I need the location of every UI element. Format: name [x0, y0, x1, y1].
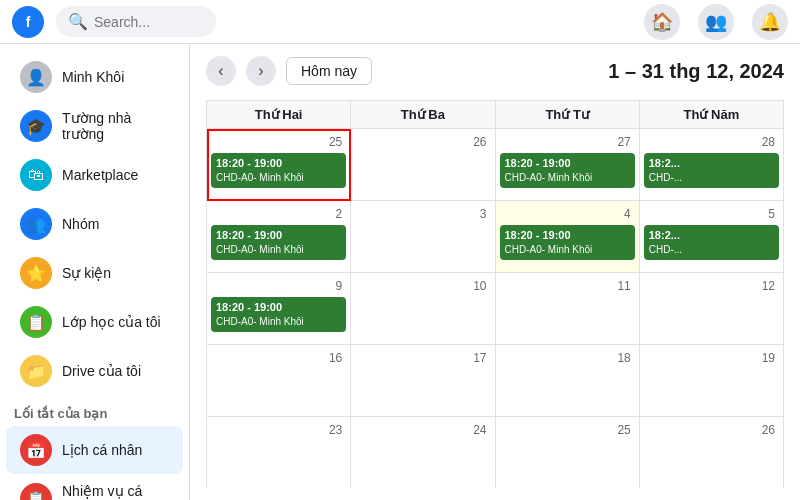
- sidebar-label-nhiemvu: Nhiệm vụ cá nhân: [62, 483, 169, 500]
- search-input[interactable]: [94, 14, 204, 30]
- cell-r4-c3[interactable]: 26: [640, 417, 784, 488]
- event-block[interactable]: 18:20 - 19:00 CHD-A0- Minh Khôi: [211, 297, 346, 332]
- cell-date: 26: [644, 421, 779, 439]
- cell-date: 17: [355, 349, 490, 367]
- today-button[interactable]: Hôm nay: [286, 57, 372, 85]
- sidebar-item-user[interactable]: 👤 Minh Khôi: [6, 53, 183, 101]
- sidebar-label-user: Minh Khôi: [62, 69, 124, 85]
- event-title: 18:20 - 19:00: [505, 228, 630, 243]
- cell-date: 25: [211, 133, 346, 151]
- cell-date: 10: [355, 277, 490, 295]
- col-header-2: Thứ Tư: [496, 101, 640, 129]
- cell-date: 19: [644, 349, 779, 367]
- sidebar-item-nhiemvu[interactable]: 📋 Nhiệm vụ cá nhân: [6, 475, 183, 500]
- event-title: 18:20 - 19:00: [505, 156, 630, 171]
- cell-r2-c1[interactable]: 10: [351, 273, 495, 345]
- cell-r2-c2[interactable]: 11: [496, 273, 640, 345]
- event-title: 18:2...: [649, 156, 774, 171]
- cell-r4-c2[interactable]: 25: [496, 417, 640, 488]
- cell-date: 24: [355, 421, 490, 439]
- calendar-header: ‹ › Hôm nay 1 – 31 thg 12, 2024: [206, 56, 784, 86]
- cell-r0-c3[interactable]: 28 18:2... CHD-...: [640, 129, 784, 201]
- drive-icon: 📁: [20, 355, 52, 387]
- cell-r3-c1[interactable]: 17: [351, 345, 495, 417]
- cell-r3-c3[interactable]: 19: [640, 345, 784, 417]
- cell-date: 26: [355, 133, 490, 151]
- event-subtitle: CHD-A0- Minh Khôi: [505, 171, 630, 185]
- cell-r1-c3[interactable]: 5 18:2... CHD-...: [640, 201, 784, 273]
- cell-date: 25: [500, 421, 635, 439]
- cell-r1-c1[interactable]: 3: [351, 201, 495, 273]
- cell-r0-c0[interactable]: 25 18:20 - 19:00 CHD-A0- Minh Khôi: [207, 129, 351, 201]
- sidebar-item-lichcanhan[interactable]: 📅 Lịch cá nhân: [6, 426, 183, 474]
- sidebar-label-lichcanhan: Lịch cá nhân: [62, 442, 142, 458]
- cell-r0-c2[interactable]: 27 18:20 - 19:00 CHD-A0- Minh Khôi: [496, 129, 640, 201]
- sidebar-item-nhom[interactable]: 👥 Nhóm: [6, 200, 183, 248]
- cell-date: 16: [211, 349, 346, 367]
- cell-r2-c3[interactable]: 12: [640, 273, 784, 345]
- sidebar-label-tuong: Tường nhà trường: [62, 110, 169, 142]
- cell-date: 2: [211, 205, 346, 223]
- event-subtitle: CHD-A0- Minh Khôi: [216, 243, 341, 257]
- sukien-icon: ⭐: [20, 257, 52, 289]
- event-subtitle: CHD-A0- Minh Khôi: [505, 243, 630, 257]
- cell-date: 3: [355, 205, 490, 223]
- top-nav: f 🔍 🏠 👥 🔔: [0, 0, 800, 44]
- cell-date: 18: [500, 349, 635, 367]
- app-logo: f: [12, 6, 44, 38]
- cell-r3-c0[interactable]: 16: [207, 345, 351, 417]
- event-subtitle: CHD-...: [649, 243, 774, 257]
- next-button[interactable]: ›: [246, 56, 276, 86]
- cell-r3-c2[interactable]: 18: [496, 345, 640, 417]
- cell-r1-c0[interactable]: 2 18:20 - 19:00 CHD-A0- Minh Khôi: [207, 201, 351, 273]
- sidebar-item-drive[interactable]: 📁 Drive của tôi: [6, 347, 183, 395]
- sidebar-item-sukien[interactable]: ⭐ Sự kiện: [6, 249, 183, 297]
- event-block[interactable]: 18:20 - 19:00 CHD-A0- Minh Khôi: [500, 225, 635, 260]
- event-block[interactable]: 18:20 - 19:00 CHD-A0- Minh Khôi: [500, 153, 635, 188]
- cell-r4-c0[interactable]: 23: [207, 417, 351, 488]
- sidebar-item-lophoc[interactable]: 📋 Lớp học của tôi: [6, 298, 183, 346]
- sidebar-label-nhom: Nhóm: [62, 216, 99, 232]
- cell-date: 12: [644, 277, 779, 295]
- search-bar[interactable]: 🔍: [56, 6, 216, 37]
- cell-date: 9: [211, 277, 346, 295]
- search-icon: 🔍: [68, 12, 88, 31]
- prev-button[interactable]: ‹: [206, 56, 236, 86]
- event-block[interactable]: 18:20 - 19:00 CHD-A0- Minh Khôi: [211, 153, 346, 188]
- event-subtitle: CHD-A0- Minh Khôi: [216, 315, 341, 329]
- col-header-1: Thứ Ba: [351, 101, 495, 129]
- sidebar-label-drive: Drive của tôi: [62, 363, 141, 379]
- event-title: 18:20 - 19:00: [216, 228, 341, 243]
- sidebar-item-tuong[interactable]: 🎓 Tường nhà trường: [6, 102, 183, 150]
- event-subtitle: CHD-...: [649, 171, 774, 185]
- nhom-icon: 👥: [20, 208, 52, 240]
- notifications-icon[interactable]: 🔔: [752, 4, 788, 40]
- event-block[interactable]: 18:2... CHD-...: [644, 225, 779, 260]
- main-layout: 👤 Minh Khôi 🎓 Tường nhà trường 🛍 Marketp…: [0, 44, 800, 500]
- col-header-3: Thứ Năm: [640, 101, 784, 129]
- shortcuts-section-label: Lối tắt của bạn: [0, 396, 189, 425]
- sidebar-label-marketplace: Marketplace: [62, 167, 138, 183]
- lophoc-icon: 📋: [20, 306, 52, 338]
- cell-r4-c1[interactable]: 24: [351, 417, 495, 488]
- event-title: 18:20 - 19:00: [216, 156, 341, 171]
- col-header-0: Thứ Hai: [207, 101, 351, 129]
- cell-r1-c2[interactable]: 4 18:20 - 19:00 CHD-A0- Minh Khôi: [496, 201, 640, 273]
- home-icon[interactable]: 🏠: [644, 4, 680, 40]
- cell-date: 28: [644, 133, 779, 151]
- event-block[interactable]: 18:2... CHD-...: [644, 153, 779, 188]
- event-block[interactable]: 18:20 - 19:00 CHD-A0- Minh Khôi: [211, 225, 346, 260]
- cell-r0-c1[interactable]: 26: [351, 129, 495, 201]
- event-title: 18:20 - 19:00: [216, 300, 341, 315]
- cell-r2-c0[interactable]: 9 18:20 - 19:00 CHD-A0- Minh Khôi: [207, 273, 351, 345]
- calendar-area: ‹ › Hôm nay 1 – 31 thg 12, 2024 Thứ Hai …: [190, 44, 800, 500]
- cell-date: 5: [644, 205, 779, 223]
- sidebar-label-sukien: Sự kiện: [62, 265, 111, 281]
- event-title: 18:2...: [649, 228, 774, 243]
- calendar-grid: Thứ Hai Thứ Ba Thứ Tư Thứ Năm 25 18:20 -…: [206, 100, 784, 488]
- marketplace-icon: 🛍: [20, 159, 52, 191]
- nhiemvu-icon: 📋: [20, 483, 52, 500]
- lichcanhan-icon: 📅: [20, 434, 52, 466]
- sidebar-item-marketplace[interactable]: 🛍 Marketplace: [6, 151, 183, 199]
- friends-icon[interactable]: 👥: [698, 4, 734, 40]
